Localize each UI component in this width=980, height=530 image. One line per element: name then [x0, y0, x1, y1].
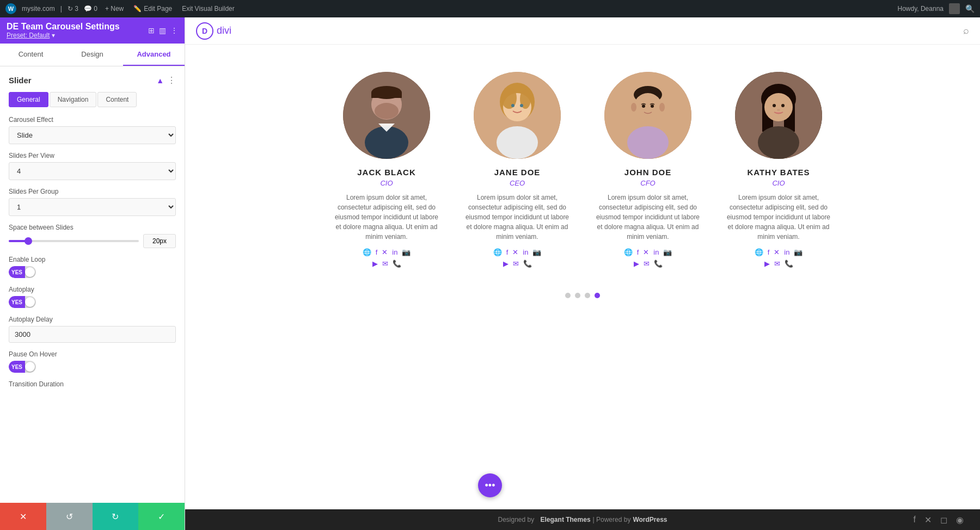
twitter-x-icon-jane[interactable]: ✕: [512, 248, 518, 256]
wp-comments[interactable]: 💬 0: [84, 5, 97, 13]
space-between-track: [9, 240, 139, 242]
slides-per-view-select[interactable]: 12345: [9, 162, 176, 180]
sub-tab-content[interactable]: Content: [97, 92, 137, 107]
wp-new-button[interactable]: + New: [103, 5, 126, 13]
wp-updates[interactable]: ↻ 3: [68, 5, 78, 13]
twitter-x-icon-john[interactable]: ✕: [643, 248, 649, 256]
wp-logo-icon[interactable]: W: [5, 3, 16, 14]
content-area: D divi ⌕: [185, 17, 980, 530]
footer-instagram-icon[interactable]: ◻: [940, 515, 947, 525]
youtube-icon-jane[interactable]: ▶: [503, 260, 509, 268]
facebook-icon-jane[interactable]: f: [506, 248, 509, 256]
youtube-icon-kathy[interactable]: ▶: [764, 260, 770, 268]
autoplay-toggle-yes: YES: [9, 296, 25, 308]
autoplay-delay-input[interactable]: [9, 326, 176, 343]
svg-point-29: [777, 109, 780, 111]
transition-duration-label: Transition Duration: [9, 380, 176, 388]
space-between-thumb[interactable]: [24, 237, 32, 245]
carousel-effect-select[interactable]: Slide Fade Cube Coverflow: [9, 126, 176, 144]
instagram-icon-kathy[interactable]: 📷: [794, 248, 803, 256]
section-collapse-icon[interactable]: ▲: [156, 76, 164, 85]
avatar-jack: [343, 72, 430, 159]
wp-edit-page-button[interactable]: ✏️ Edit Page: [131, 5, 174, 13]
site-footer: Designed by Elegant Themes | Powered by …: [185, 509, 980, 530]
panel-columns-icon[interactable]: ▥: [159, 26, 166, 35]
facebook-icon[interactable]: f: [376, 248, 378, 256]
wp-exit-builder-button[interactable]: Exit Visual Builder: [180, 5, 237, 13]
carousel-dot-4[interactable]: [595, 293, 600, 298]
reset-button[interactable]: ↺: [46, 503, 93, 530]
footer-wordpress-link[interactable]: WordPress: [633, 516, 667, 523]
space-between-input[interactable]: [143, 234, 176, 248]
footer-designed-by: Designed by: [498, 516, 534, 523]
slides-per-group-select[interactable]: 1234: [9, 198, 176, 216]
panel-layout-icon[interactable]: ⊞: [148, 26, 155, 35]
phone-icon[interactable]: 📞: [393, 260, 401, 268]
wp-search-icon[interactable]: 🔍: [965, 4, 975, 13]
facebook-icon-kathy[interactable]: f: [768, 248, 770, 256]
svg-point-28: [781, 104, 785, 107]
sub-tab-navigation[interactable]: Navigation: [50, 92, 97, 107]
cancel-button[interactable]: ✕: [0, 503, 46, 530]
linkedin-icon-john[interactable]: in: [653, 248, 659, 256]
email-icon-jane[interactable]: ✉: [513, 260, 519, 268]
autoplay-field: Autoplay YES: [9, 286, 176, 308]
email-icon-kathy[interactable]: ✉: [774, 260, 780, 268]
linkedin-icon-jane[interactable]: in: [523, 248, 528, 256]
email-icon[interactable]: ✉: [382, 260, 388, 268]
toggle-knob: [25, 267, 35, 277]
svg-point-13: [497, 126, 538, 159]
twitter-x-icon-kathy[interactable]: ✕: [774, 248, 780, 256]
divi-search-icon[interactable]: ⌕: [963, 25, 969, 36]
social-icons-kathy: 🌐 f ✕ in 📷: [724, 248, 833, 256]
team-role-jack: CIO: [332, 179, 441, 187]
youtube-icon[interactable]: ▶: [372, 260, 378, 268]
twitter-x-icon[interactable]: ✕: [382, 248, 388, 256]
carousel-effect-label: Carousel Effect: [9, 116, 176, 124]
facebook-icon-john[interactable]: f: [637, 248, 639, 256]
globe-icon[interactable]: 🌐: [363, 248, 371, 256]
phone-icon-jane[interactable]: 📞: [523, 260, 532, 268]
footer-elegant-themes-link[interactable]: Elegant Themes: [541, 516, 591, 523]
svg-point-19: [642, 104, 645, 108]
globe-icon-jane[interactable]: 🌐: [493, 248, 502, 256]
youtube-icon-john[interactable]: ▶: [634, 260, 639, 268]
globe-icon-kathy[interactable]: 🌐: [755, 248, 763, 256]
sub-tab-general[interactable]: General: [9, 92, 48, 107]
linkedin-icon[interactable]: in: [392, 248, 397, 256]
wp-admin-bar: W mysite.com | ↻ 3 💬 0 + New ✏️ Edit Pag…: [0, 0, 980, 17]
panel-preset[interactable]: Preset: Default ▾: [7, 32, 120, 39]
footer-rss-icon[interactable]: ◉: [956, 515, 964, 525]
save-button[interactable]: ✓: [138, 503, 185, 530]
tab-content[interactable]: Content: [0, 44, 62, 66]
wp-avatar[interactable]: [949, 3, 960, 14]
instagram-icon-john[interactable]: 📷: [663, 248, 672, 256]
section-menu-icon[interactable]: ⋮: [167, 75, 176, 85]
redo-button[interactable]: ↻: [93, 503, 139, 530]
team-name-kathy: KATHY BATES: [724, 168, 833, 177]
globe-icon-john[interactable]: 🌐: [624, 248, 633, 256]
phone-icon-kathy[interactable]: 📞: [785, 260, 793, 268]
instagram-icon-jane[interactable]: 📷: [532, 248, 541, 256]
linkedin-icon-kathy[interactable]: in: [784, 248, 789, 256]
instagram-icon[interactable]: 📷: [402, 248, 411, 256]
tab-advanced[interactable]: Advanced: [123, 44, 185, 66]
carousel-dot-3[interactable]: [585, 293, 590, 298]
tab-design[interactable]: Design: [62, 44, 123, 66]
carousel-dots: [201, 293, 964, 298]
panel-body: Slider ▲ ⋮ General Navigation Content Ca…: [0, 66, 185, 503]
carousel-dot-2[interactable]: [575, 293, 580, 298]
footer-facebook-icon[interactable]: f: [914, 515, 916, 525]
team-name-john: JOHN DOE: [593, 168, 702, 177]
panel-more-icon[interactable]: ⋮: [170, 26, 178, 35]
avatar-kathy: [735, 72, 822, 159]
email-icon-john[interactable]: ✉: [644, 260, 650, 268]
autoplay-toggle[interactable]: YES: [9, 296, 36, 308]
footer-twitter-icon[interactable]: ✕: [924, 515, 932, 525]
wp-site-link[interactable]: mysite.com: [22, 5, 55, 13]
enable-loop-toggle[interactable]: YES: [9, 266, 36, 278]
phone-icon-john[interactable]: 📞: [654, 260, 663, 268]
pause-on-hover-toggle[interactable]: YES: [9, 361, 36, 373]
carousel-dot-1[interactable]: [565, 293, 571, 298]
floating-action-button[interactable]: •••: [478, 473, 502, 497]
